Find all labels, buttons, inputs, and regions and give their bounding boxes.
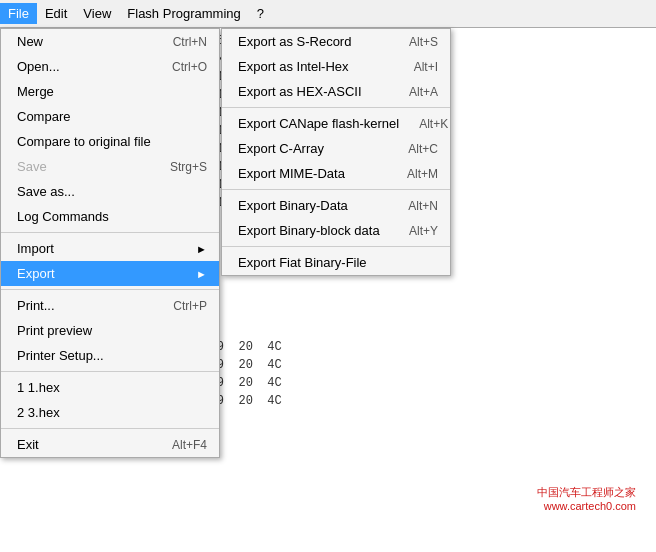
- menubar-help[interactable]: ?: [249, 3, 272, 24]
- menu-recent-2[interactable]: 2 3.hex: [1, 400, 219, 425]
- menu-export[interactable]: Export ►: [1, 261, 219, 286]
- separator-3: [1, 371, 219, 372]
- export-s-record[interactable]: Export as S-Record Alt+S: [222, 29, 450, 54]
- menu-recent-1[interactable]: 1 1.hex: [1, 375, 219, 400]
- export-submenu: Export as S-Record Alt+S Export as Intel…: [221, 28, 451, 276]
- menu-exit[interactable]: Exit Alt+F4: [1, 432, 219, 457]
- export-separator-1: [222, 107, 450, 108]
- menubar: File Edit View Flash Programming ?: [0, 0, 656, 28]
- export-mime[interactable]: Export MIME-Data Alt+M: [222, 161, 450, 186]
- watermark-line1: 中国汽车工程师之家: [537, 485, 636, 500]
- export-separator-2: [222, 189, 450, 190]
- menubar-file[interactable]: File: [0, 3, 37, 24]
- menu-log-commands[interactable]: Log Commands: [1, 204, 219, 229]
- separator-1: [1, 232, 219, 233]
- menu-import[interactable]: Import ►: [1, 236, 219, 261]
- export-c-array[interactable]: Export C-Array Alt+C: [222, 136, 450, 161]
- menubar-flash[interactable]: Flash Programming: [119, 3, 248, 24]
- export-intel-hex[interactable]: Export as Intel-Hex Alt+I: [222, 54, 450, 79]
- menu-print-preview[interactable]: Print preview: [1, 318, 219, 343]
- file-menu: New Ctrl+N Open... Ctrl+O Merge Compare …: [0, 28, 220, 458]
- menubar-edit[interactable]: Edit: [37, 3, 75, 24]
- export-separator-3: [222, 246, 450, 247]
- menu-compare[interactable]: Compare: [1, 104, 219, 129]
- menu-save-as[interactable]: Save as...: [1, 179, 219, 204]
- separator-2: [1, 289, 219, 290]
- export-binary-data[interactable]: Export Binary-Data Alt+N: [222, 193, 450, 218]
- menubar-view[interactable]: View: [75, 3, 119, 24]
- watermark-line2: www.cartech0.com: [537, 500, 636, 512]
- menu-save: Save Strg+S: [1, 154, 219, 179]
- export-hex-ascii[interactable]: Export as HEX-ASCII Alt+A: [222, 79, 450, 104]
- separator-4: [1, 428, 219, 429]
- menu-merge[interactable]: Merge: [1, 79, 219, 104]
- export-canape[interactable]: Export CANape flash-kernel Alt+K: [222, 111, 450, 136]
- export-fiat-binary[interactable]: Export Fiat Binary-File: [222, 250, 450, 275]
- menu-print[interactable]: Print... Ctrl+P: [1, 293, 219, 318]
- menu-printer-setup[interactable]: Printer Setup...: [1, 343, 219, 368]
- menu-open[interactable]: Open... Ctrl+O: [1, 54, 219, 79]
- export-binary-block[interactable]: Export Binary-block data Alt+Y: [222, 218, 450, 243]
- menu-compare-original[interactable]: Compare to original file: [1, 129, 219, 154]
- menu-new[interactable]: New Ctrl+N: [1, 29, 219, 54]
- watermark: 中国汽车工程师之家 www.cartech0.com: [537, 485, 636, 512]
